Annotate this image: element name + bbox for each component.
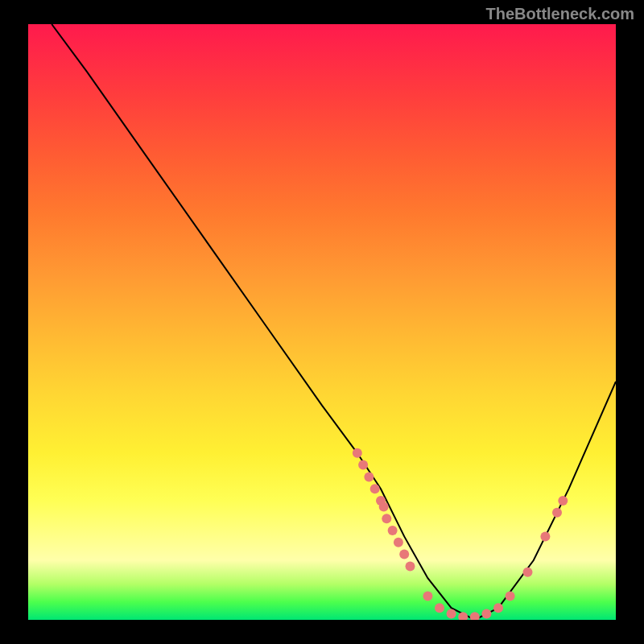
highlight-point (558, 496, 568, 506)
highlight-point (481, 609, 491, 619)
highlight-point (353, 448, 362, 458)
highlight-point (388, 526, 398, 535)
highlight-point (506, 591, 515, 601)
highlight-point (423, 591, 432, 601)
watermark-text: TheBottleneck.com (486, 5, 634, 23)
highlight-point (379, 502, 389, 511)
bottleneck-curve (52, 24, 616, 620)
highlight-point (394, 538, 403, 547)
highlight-point (523, 568, 533, 577)
highlight-points-group (353, 448, 568, 620)
highlight-point (493, 603, 503, 613)
highlight-point (399, 550, 409, 559)
highlight-point (382, 514, 391, 523)
highlight-point (364, 472, 374, 481)
highlight-point (358, 460, 368, 470)
highlight-point (540, 531, 550, 541)
chart-container: TheBottleneck.com (0, 0, 644, 644)
highlight-point (552, 508, 562, 518)
highlight-point (435, 603, 444, 613)
chart-svg (28, 24, 616, 620)
highlight-point (447, 609, 456, 619)
highlight-point (406, 561, 415, 571)
highlight-point (470, 612, 480, 620)
highlight-point (370, 484, 380, 493)
highlight-point (458, 612, 468, 620)
